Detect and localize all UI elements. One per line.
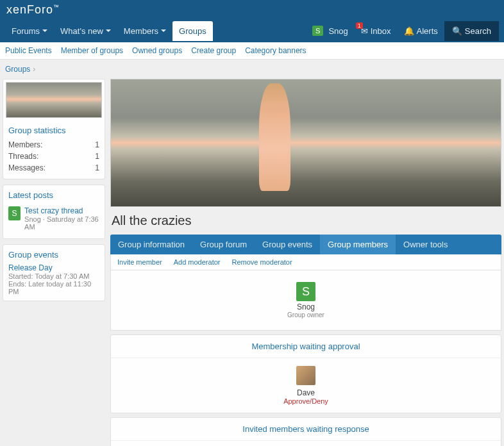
- subnav-owned-groups[interactable]: Owned groups: [132, 46, 182, 55]
- search-icon: 🔍: [452, 26, 462, 36]
- add-moderator-link[interactable]: Add moderator: [174, 258, 221, 266]
- avatar[interactable]: [296, 366, 315, 385]
- chevron-down-icon: [106, 29, 111, 32]
- tab-group-forum[interactable]: Group forum: [192, 235, 255, 254]
- group-events-heading: Group events: [8, 250, 99, 260]
- pending-approval-section: Membership waiting approval Dave Approve…: [110, 334, 501, 413]
- chevron-down-icon: [161, 29, 166, 32]
- breadcrumb: Groups›: [0, 60, 504, 79]
- subnav-category-banners[interactable]: Category banners: [245, 46, 306, 55]
- breadcrumb-groups[interactable]: Groups: [5, 65, 30, 74]
- nav-members[interactable]: Members: [117, 21, 172, 41]
- latest-posts-card: Latest posts S Test crazy thread Snog · …: [3, 185, 105, 239]
- owner-section: S Snog Group owner: [110, 270, 501, 331]
- group-banner-thumb[interactable]: [6, 82, 102, 118]
- nav-forums[interactable]: Forums: [5, 21, 54, 41]
- group-banner: [110, 79, 501, 207]
- site-logo[interactable]: xenForo™: [6, 3, 60, 17]
- subnav-public-events[interactable]: Public Events: [5, 46, 52, 55]
- member-name[interactable]: Dave: [119, 388, 493, 397]
- chevron-down-icon: [42, 29, 47, 32]
- subnav: Public Events Member of groups Owned gro…: [0, 42, 504, 60]
- group-tabs: Group information Group forum Group even…: [110, 235, 501, 254]
- page-title: All the crazies: [110, 207, 501, 235]
- bell-icon: 🔔: [404, 26, 414, 36]
- subnav-create-group[interactable]: Create group: [191, 46, 236, 55]
- avatar[interactable]: S: [296, 282, 315, 301]
- remove-moderator-link[interactable]: Remove moderator: [231, 258, 292, 266]
- badge-count: 1: [356, 22, 363, 29]
- post-meta: Snog · Saturday at 7:36 AM: [24, 215, 99, 231]
- invited-heading: Invited members waiting response: [111, 418, 501, 441]
- user-menu[interactable]: SSnog: [306, 21, 355, 41]
- tab-group-events[interactable]: Group events: [255, 235, 320, 254]
- nav-whatsnew[interactable]: What's new: [54, 21, 117, 41]
- subnav-member-of-groups[interactable]: Member of groups: [61, 46, 123, 55]
- post-title[interactable]: Test crazy thread: [24, 206, 99, 215]
- group-thumbnail-card: Group statistics Members:1 Threads:1 Mes…: [3, 79, 105, 179]
- group-stats-heading: Group statistics: [8, 126, 99, 135]
- member-toolbar: Invite member Add moderator Remove moder…: [110, 254, 501, 270]
- stat-threads: Threads:1: [8, 151, 99, 162]
- invite-member-link[interactable]: Invite member: [117, 258, 162, 266]
- avatar: S: [8, 206, 21, 220]
- stat-members: Members:1: [8, 139, 99, 151]
- pending-heading: Membership waiting approval: [111, 335, 501, 358]
- member-name[interactable]: Snog: [117, 302, 494, 311]
- group-events-card: Group events Release Day Started: Today …: [3, 244, 105, 301]
- alerts-button[interactable]: 🔔 Alerts: [398, 21, 444, 41]
- invited-section: Invited members waiting response Merlin …: [110, 417, 501, 446]
- chevron-right-icon: ›: [33, 65, 35, 74]
- event-ends: Ends: Later today at 11:30 PM: [8, 280, 99, 295]
- tab-group-members[interactable]: Group members: [320, 235, 396, 254]
- avatar: S: [312, 26, 323, 36]
- latest-posts-heading: Latest posts: [8, 190, 99, 200]
- tab-group-information[interactable]: Group information: [110, 235, 192, 254]
- list-item[interactable]: S Test crazy thread Snog · Saturday at 7…: [8, 204, 99, 233]
- event-started: Started: Today at 7:30 AM: [8, 272, 99, 280]
- stat-messages: Messages:1: [8, 162, 99, 174]
- tab-owner-tools[interactable]: Owner tools: [396, 235, 455, 254]
- event-title[interactable]: Release Day: [8, 263, 99, 272]
- nav-groups[interactable]: Groups: [172, 21, 213, 41]
- search-button[interactable]: 🔍 Search: [444, 21, 499, 41]
- member-role: Group owner: [117, 311, 494, 318]
- approve-deny-link[interactable]: Approve/Deny: [119, 397, 493, 405]
- inbox-button[interactable]: 1✉ Inbox: [355, 21, 398, 41]
